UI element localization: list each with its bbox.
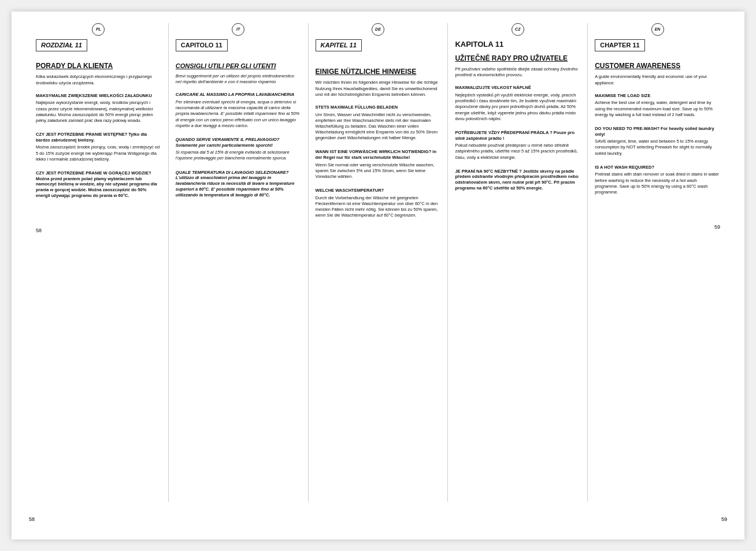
section-cz-2: JE PRANÍ NA 90°C NEZBYTNÉ ? Jestliže skv… — [455, 169, 580, 191]
heading-it-2: QUALE TEMPERATURA DI LAVAGGIO SELEZIONAR… — [176, 170, 301, 198]
footer: 58 59 — [29, 508, 727, 522]
footer-page-right: 59 — [721, 516, 727, 522]
section-en-1: DO YOU NEED TO PRE-WASH? For heavily soi… — [595, 126, 720, 157]
section-it-1: QUANDO SERVE VERAMENTE IL PRELAVAGGIO? S… — [176, 137, 301, 162]
lang-badge-pl: PL — [92, 23, 105, 36]
heading-cz-2: JE PRANÍ NA 90°C NEZBYTNÉ ? Jestliže skv… — [455, 169, 580, 191]
text-cz-0: Nejlepších výsledků při využití elektric… — [455, 92, 580, 122]
section-en-0: MAXIMISE THE LOAD SIZE Achieve the best … — [595, 93, 720, 118]
page-container: PL ROZDZIAŁ 11 PORADY DLA KLIENTA Kilka … — [12, 12, 744, 539]
heading-de-2: WELCHE WASCHTEMPERATUR? — [316, 188, 441, 193]
heading-pl-0: MAKSYMALNE ZWIĘKSZENIE WIELKOŚCI ZAŁADUN… — [36, 93, 161, 99]
text-en-2: Pretreat stains with stain remover or so… — [595, 172, 720, 195]
text-de-1: Wenn Sie normal oder wenig verschmutzte … — [316, 162, 441, 180]
main-title-pl: PORADY DLA KLIENTA — [36, 62, 161, 71]
section-de-0: STETS MAXIMALE FÜLLUNG BELADEN Um Strom,… — [316, 105, 441, 141]
heading-en-0: MAXIMISE THE LOAD SIZE — [595, 93, 720, 99]
text-it-0: Per eliminare eventuali sprechi di energ… — [176, 99, 301, 129]
column-cz: CZ KAPITOLA 11 UŽITEČNÉ RADY PRO UŽIVATE… — [448, 23, 588, 502]
section-it-2: QUALE TEMPERATURA DI LAVAGGIO SELEZIONAR… — [176, 170, 301, 198]
text-cz-1: Pokud nebudete používat předepraní u mír… — [455, 143, 580, 160]
lang-badge-cz: CZ — [512, 23, 524, 36]
page-number-pl: 58 — [36, 227, 161, 234]
text-de-0: Um Strom, Wasser und Waschmittel nicht z… — [316, 112, 441, 142]
chapter-label-pl: ROZDZIAŁ 11 — [36, 39, 87, 51]
chapter-label-cz: KAPITOLA 11 — [455, 40, 503, 49]
heading-it-1: QUANDO SERVE VERAMENTE IL PRELAVAGGIO? S… — [176, 137, 301, 148]
lang-badge-it: IT — [232, 23, 244, 36]
heading-cz-0: MAXIMALIZUJTE VELKOST NÁPLNĚ — [455, 85, 580, 91]
column-it: IT CAPITOLO 11 CONSIGLI UTILI PER GLI UT… — [169, 23, 309, 502]
intro-de: Wir möchten Ihnen im folgenden einige Hi… — [316, 80, 441, 97]
column-en: EN CHAPTER 11 CUSTOMER AWARENESS A guide… — [588, 23, 727, 502]
main-title-it: CONSIGLI UTILI PER GLI UTENTI — [176, 62, 301, 70]
heading-pl-2: CZY JEST POTRZEBNE PRANIE W GORĄCEJ WODZ… — [36, 170, 161, 199]
section-de-2: WELCHE WASCHTEMPERATUR? Durch die Vorbeh… — [316, 188, 441, 218]
text-pl-0: Najlepsze wykorzystanie energii, wody, ś… — [36, 100, 161, 124]
heading-cz-1: POTŘEBUJETE VŽDY PŘEDEPRANÍ PRÁDLA ? Pou… — [455, 130, 580, 142]
heading-en-1: DO YOU NEED TO PRE-WASH? For heavily soi… — [595, 126, 720, 137]
text-de-2: Durch die Vorbehandlung der Wäsche mit g… — [316, 195, 441, 219]
lang-badge-de: DE — [372, 23, 384, 36]
text-pl-1: Można zaoszczędzić środek piorący, czas,… — [36, 144, 161, 162]
column-de: DE KAPITEL 11 EINIGE NÜTZLICHE HINWEISE … — [309, 23, 449, 502]
page-number-en: 59 — [595, 224, 720, 230]
heading-de-0: STETS MAXIMALE FÜLLUNG BELADEN — [316, 105, 441, 110]
section-pl-0: MAKSYMALNE ZWIĘKSZENIE WIELKOŚCI ZAŁADUN… — [36, 93, 161, 124]
text-en-1: SAVE detergent, time, water and between … — [595, 139, 720, 156]
chapter-label-de: KAPITEL 11 — [316, 39, 362, 51]
intro-it: Brevi suggerimenti per un utilizzo del p… — [176, 73, 301, 85]
footer-page-left: 58 — [29, 516, 35, 522]
heading-de-1: WANN IST EINE VORWÄSCHE WIRKLICH NOTWEND… — [316, 149, 441, 161]
text-en-0: Achieve the best use of energy, water, d… — [595, 100, 720, 117]
main-title-cz: UŽITEČNÉ RADY PRO UŽIVATELE — [455, 54, 580, 64]
text-it-1: Si risparmia dal 5 al 15% di energia evi… — [176, 150, 301, 161]
heading-en-2: IS A HOT WASH REQUIRED? — [595, 165, 720, 170]
section-it-0: CARICARE AL MASSIMO LA PROPRIA LAVABIANC… — [176, 92, 301, 128]
section-en-2: IS A HOT WASH REQUIRED? Pretreat stains … — [595, 165, 720, 195]
intro-en: A guide environmentally friendly and eco… — [595, 74, 720, 85]
intro-pl: Kilka wskazówek dotyczących ekonomiczneg… — [36, 74, 161, 85]
chapter-label-it: CAPITOLO 11 — [176, 39, 228, 51]
intro-cz: Při používání vašeho spotřebiče dbejte z… — [455, 66, 580, 78]
section-pl-1: CZY JEST POTRZEBNE PRANIE WSTĘPNE? Tylko… — [36, 132, 161, 162]
main-title-en: CUSTOMER AWARENESS — [595, 62, 720, 71]
heading-it-0: CARICARE AL MASSIMO LA PROPRIA LAVABIANC… — [176, 92, 301, 98]
section-cz-0: MAXIMALIZUJTE VELKOST NÁPLNĚ Nejlepších … — [455, 85, 580, 121]
section-pl-2: CZY JEST POTRZEBNE PRANIE W GORĄCEJ WODZ… — [36, 170, 161, 199]
section-cz-1: POTŘEBUJETE VŽDY PŘEDEPRANÍ PRÁDLA ? Pou… — [455, 130, 580, 161]
columns-wrapper: PL ROZDZIAŁ 11 PORADY DLA KLIENTA Kilka … — [29, 23, 727, 502]
column-pl: PL ROZDZIAŁ 11 PORADY DLA KLIENTA Kilka … — [29, 23, 169, 502]
chapter-label-en: CHAPTER 11 — [595, 39, 644, 51]
section-de-1: WANN IST EINE VORWÄSCHE WIRKLICH NOTWEND… — [316, 149, 441, 180]
lang-badge-en: EN — [651, 23, 664, 36]
heading-pl-1: CZY JEST POTRZEBNE PRANIE WSTĘPNE? Tylko… — [36, 132, 161, 143]
main-title-de: EINIGE NÜTZLICHE HINWEISE — [316, 68, 441, 77]
